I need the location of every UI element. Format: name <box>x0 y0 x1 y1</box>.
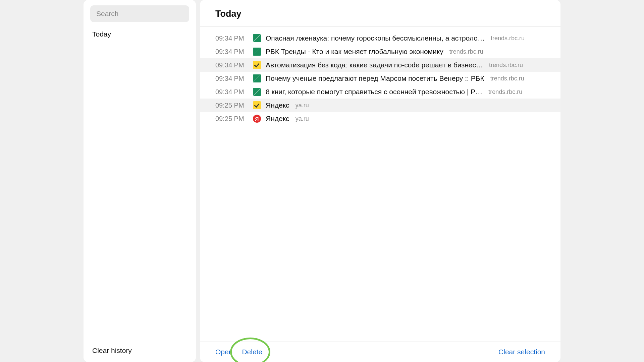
row-domain: trends.rbc.ru <box>490 75 524 82</box>
open-button[interactable]: Open <box>215 348 232 356</box>
row-domain: trends.rbc.ru <box>491 35 525 42</box>
row-time: 09:34 PM <box>215 48 248 56</box>
row-time: 09:34 PM <box>215 35 248 42</box>
main-panel: Today 09:34 PMОпасная лженаука: почему г… <box>200 0 560 362</box>
row-title: Яндекс <box>266 115 289 123</box>
rbc-favicon-icon <box>253 88 261 96</box>
history-row[interactable]: 09:34 PMРБК Тренды - Кто и как меняет гл… <box>200 45 560 58</box>
row-time: 09:34 PM <box>215 88 248 96</box>
row-title: 8 книг, которые помогут справиться с осе… <box>266 88 482 96</box>
history-window: Today Clear history Today 09:34 PMОпасна… <box>84 0 560 362</box>
row-domain: ya.ru <box>296 115 309 122</box>
row-domain: trends.rbc.ru <box>488 88 522 96</box>
rbc-favicon-icon <box>253 74 261 82</box>
delete-button[interactable]: Delete <box>242 348 262 356</box>
row-time: 09:34 PM <box>215 61 248 69</box>
sidebar-item-today[interactable]: Today <box>84 25 196 43</box>
row-title: Яндекс <box>266 101 289 109</box>
history-row[interactable]: 09:34 PMПочему ученые предлагают перед М… <box>200 72 560 85</box>
row-title: Автоматизация без кода: какие задачи no-… <box>266 61 483 69</box>
main-footer: Open Delete Clear selection <box>200 342 560 362</box>
yandex-favicon-icon: Я <box>253 115 261 123</box>
history-row[interactable]: 09:34 PM8 книг, которые помогут справить… <box>200 85 560 99</box>
search-input[interactable] <box>90 5 189 22</box>
sidebar: Today Clear history <box>84 0 196 362</box>
history-row[interactable]: 09:34 PMОпасная лженаука: почему гороско… <box>200 32 560 45</box>
search-wrap <box>84 5 196 25</box>
row-domain: ya.ru <box>296 102 309 109</box>
page-title: Today <box>200 0 560 27</box>
rbc-favicon-icon <box>253 34 261 42</box>
rbc-favicon-icon <box>253 48 261 56</box>
clear-history-button[interactable]: Clear history <box>92 347 132 354</box>
row-title: Опасная лженаука: почему гороскопы бессм… <box>266 34 485 42</box>
sidebar-footer: Clear history <box>84 339 196 362</box>
row-time: 09:34 PM <box>215 75 248 82</box>
history-row[interactable]: 09:25 PMЯндексya.ru <box>200 99 560 112</box>
history-row[interactable]: 09:34 PMАвтоматизация без кода: какие за… <box>200 58 560 72</box>
row-title: Почему ученые предлагают перед Марсом по… <box>266 74 484 82</box>
checkbox-checked-icon <box>253 61 261 69</box>
row-title: РБК Тренды - Кто и как меняет глобальную… <box>266 48 443 56</box>
row-time: 09:25 PM <box>215 102 248 109</box>
checkbox-checked-icon <box>253 101 261 109</box>
row-time: 09:25 PM <box>215 115 248 123</box>
history-list: 09:34 PMОпасная лженаука: почему гороско… <box>200 27 560 342</box>
history-row[interactable]: 09:25 PMЯЯндексya.ru <box>200 112 560 125</box>
row-domain: trends.rbc.ru <box>489 62 523 69</box>
clear-selection-button[interactable]: Clear selection <box>498 348 545 356</box>
row-domain: trends.rbc.ru <box>449 48 483 55</box>
